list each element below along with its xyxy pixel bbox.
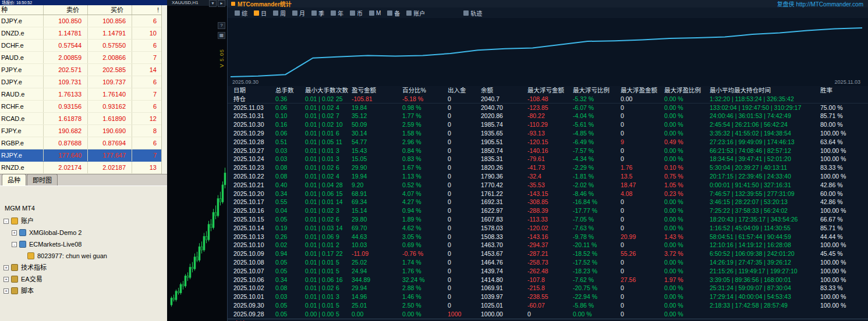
tree-expander-icon[interactable]: - [3, 219, 9, 224]
market-watch-row[interactable]: RGBP.e0.876880.876946 [0, 137, 167, 149]
stats-position-row[interactable]: 持仓0.360.01 | 0.0225-105.81-5.18 %02040.7… [228, 95, 868, 104]
stats-table-row[interactable]: 2025.10.240.030.01 | 0.01315.050.83 %018… [228, 155, 868, 163]
stats-cell: -108.48 [527, 95, 573, 103]
stats-table-row[interactable]: 2025.10.020.080.01 | 0.02629.942.88 %010… [228, 284, 868, 293]
stats-menu-item[interactable]: 年 [331, 9, 343, 17]
stats-total-row[interactable]: 合计4.55934.8993.49 %1000-308.85-22.94 %55… [228, 319, 868, 321]
stats-cell: 100.00 % [820, 267, 868, 276]
brand-link[interactable]: 复盘侠 http://MTCommander.com [777, 0, 863, 8]
stats-cell: -113.33 [527, 215, 573, 224]
stats-cell: 5 [336, 267, 352, 276]
stats-cell: 0 [448, 95, 481, 103]
stats-menu-item[interactable]: 综 [235, 9, 247, 17]
market-watch-tab[interactable]: 即时图 [27, 174, 58, 186]
tree-expander-icon[interactable]: - [12, 242, 17, 247]
stats-table-row[interactable]: 2025.10.230.080.01 | 0.02629.901.67 %018… [228, 163, 868, 172]
navigator-item[interactable]: +XMGlobal-Demo 2 [0, 227, 167, 238]
stats-table-row[interactable]: 2025.10.060.340.01 | 0.0616344.8932.24 %… [228, 276, 868, 284]
stats-cell: 0 [448, 276, 481, 284]
stats-cell: 100.00 % [820, 276, 868, 284]
col-symbol-header: 种 [0, 5, 43, 15]
stats-table-row[interactable]: 2025.10.140.190.01 | 0.031469.704.62 %01… [228, 224, 868, 233]
expand-icon[interactable]: ▸ [218, 0, 225, 7]
stats-cell: 20.99 [621, 233, 664, 241]
stats-table-row[interactable]: 2025.10.280.510.01 | 0.051154.772.96 %01… [228, 138, 868, 147]
stats-menu-item[interactable]: 月 [292, 9, 305, 17]
market-watch-row[interactable]: RAUD.e1.761331.761407 [0, 88, 167, 101]
stats-menu-item[interactable]: 周 [273, 9, 286, 17]
help-icon[interactable]: ? [218, 22, 225, 29]
stats-cell: 63.64 % [820, 138, 868, 147]
stats-table-row[interactable]: 2025.11.030.060.01 | 0.02419.840.98 %020… [228, 104, 868, 112]
market-watch-row[interactable]: DNZD.e1.147811.1479110 [0, 27, 167, 40]
market-watch-row[interactable]: RNZD.e2.021742.0218713 [0, 162, 167, 174]
grid-icon[interactable]: ▦ [218, 32, 225, 39]
candle-body [194, 257, 196, 269]
stats-cell: 0.08 [275, 172, 305, 181]
stats-cell: 29.94 [352, 284, 402, 293]
stats-table-row[interactable]: 2025.10.270.030.01 | 0.01315.430.84 %018… [228, 147, 868, 155]
stats-cell: 4.27 % [402, 198, 448, 206]
stats-cell: 0 [621, 198, 664, 206]
market-watch-scrollbar[interactable] [161, 5, 167, 174]
stats-table-row[interactable]: 2025.10.100.020.01 | 0.01210.030.69 %014… [228, 241, 868, 249]
stats-table-row[interactable]: 2025.10.150.050.01 | 0.02629.801.89 %016… [228, 215, 868, 224]
stats-menu-item[interactable]: 季 [311, 9, 324, 17]
stats-table-row[interactable]: 2025.10.220.080.01 | 0.02419.941.13 %017… [228, 172, 868, 181]
stats-table-row[interactable]: 2025.09.280.050.00 | 0.0050.000.00 %1000… [228, 310, 868, 319]
stats-table-row[interactable]: 2025.10.300.160.01 | 0.021050.092.59 %01… [228, 120, 868, 129]
tree-expander-icon[interactable]: + [12, 230, 17, 236]
market-watch-tab[interactable]: 品种 [2, 174, 26, 186]
stats-cell: 0.00 | 0.00 [305, 310, 336, 319]
market-watch-row[interactable]: RCAD.e1.618781.6189012 [0, 113, 167, 125]
stats-cell: 0.36 [275, 95, 305, 103]
market-watch-row[interactable]: PAUD.e2.008592.008667 [0, 52, 167, 64]
stats-table-row[interactable]: 2025.10.160.040.01 | 0.02315.140.94 %016… [228, 206, 868, 215]
navigator-item[interactable]: 8023977: chun wei guan [0, 250, 167, 262]
stats-table-row[interactable]: 2025.10.090.940.01 | 0.1722-11.09-0.76 %… [228, 249, 868, 258]
stats-table-row[interactable]: 2025.10.170.550.01 | 0.011469.344.27 %01… [228, 198, 868, 206]
stats-table-row[interactable]: 2025.09.300.050.01 | 0.01525.012.50 %010… [228, 301, 868, 310]
stats-table-row[interactable]: 2025.10.080.050.01 | 0.01525.021.74 %014… [228, 258, 868, 267]
stats-table-row[interactable]: 2025.10.290.060.01 | 0.01630.141.58 %019… [228, 129, 868, 138]
market-watch-row[interactable]: RJPY.e177.640177.6477 [0, 149, 167, 162]
stats-menu-item[interactable]: M [369, 10, 381, 16]
stats-table-row[interactable]: 2025.10.200.340.01 | 0.061568.914.07 %01… [228, 190, 868, 198]
stats-table-row[interactable]: 2025.10.130.260.01 | 0.06944.633.05 %015… [228, 233, 868, 241]
navigator-item[interactable]: +技术指标 [0, 262, 167, 273]
collapse-icon[interactable]: ▾ [209, 0, 217, 7]
market-watch-row[interactable]: FJPY.e190.682190.6908 [0, 125, 167, 137]
stats-table-row[interactable]: 2025.10.310.100.01 | 0.02735.121.77 %020… [228, 112, 868, 120]
stats-cell: 100.00 % [820, 206, 868, 215]
market-watch-row[interactable]: DJPY.e100.850100.8566 [0, 15, 167, 27]
stats-cell: 85.71 % [820, 224, 868, 233]
navigator-item[interactable]: +EA交易 [0, 273, 167, 285]
stats-cell: 0 [448, 233, 481, 241]
tree-expander-icon[interactable]: + [3, 288, 9, 294]
stats-menu-item[interactable]: 轨迹 [463, 9, 482, 17]
stats-menu-item[interactable]: 备 [387, 9, 400, 17]
stats-cell: 1761.22 [481, 190, 527, 198]
stats-table-row[interactable]: 2025.10.070.050.01 | 0.01524.941.76 %014… [228, 267, 868, 276]
tree-expander-icon[interactable]: + [3, 277, 9, 282]
market-watch-row[interactable]: PJPY.e202.571202.58514 [0, 64, 167, 76]
stats-cell: 0 [621, 284, 664, 293]
market-watch-row[interactable]: DCHF.e0.575440.575506 [0, 40, 167, 52]
market-watch-header: 种 卖价 买价 ! [0, 5, 167, 15]
stats-menu-item[interactable]: 账户 [406, 9, 425, 17]
stats-menu-item[interactable]: 日 [254, 9, 267, 17]
ask-value: 100.856 [87, 15, 132, 27]
navigator-item[interactable]: -账户 [0, 215, 167, 227]
stats-table: 日期总手数最小大手数次数盈亏金额百分比%出入金余额最大浮亏金额最大浮亏比例最大浮… [228, 86, 868, 321]
stats-cell: 83.33 % [820, 284, 868, 293]
navigator-item[interactable]: -ECMarkets-Live08 [0, 238, 167, 250]
navigator-item[interactable]: +脚本 [0, 285, 167, 297]
stats-cell: 0.01 | 0.06 [305, 190, 336, 198]
stats-menu-item[interactable]: 币 [350, 9, 363, 17]
stats-table-row[interactable]: 2025.10.210.400.01 | 0.04289.200.52 %017… [228, 181, 868, 190]
market-watch-titlebar: 场报价: 16:50:52 [0, 0, 167, 5]
stats-table-row[interactable]: 2025.10.010.030.01 | 0.01314.961.46 %010… [228, 293, 868, 301]
tree-expander-icon[interactable]: + [3, 265, 9, 270]
market-watch-row[interactable]: DJPY.e109.731109.7376 [0, 76, 167, 88]
market-watch-row[interactable]: RCHF.e0.931560.931626 [0, 101, 167, 113]
